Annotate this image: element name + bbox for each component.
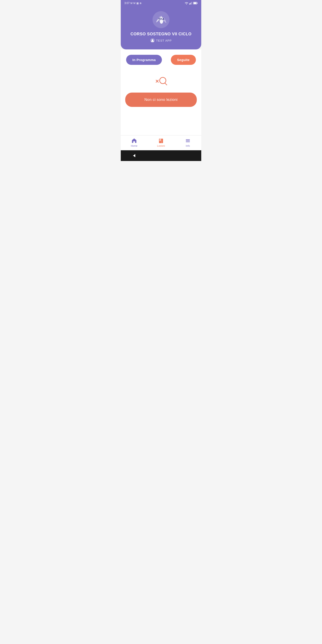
svg-rect-1 [190,3,191,4]
nav-item-lezioni[interactable]: Lezioni [148,138,174,147]
nav-label-home: Home [131,144,137,147]
main-content: In Programma Seguite Non ci sono lezioni [121,50,201,126]
gmail-icon: M [130,2,132,4]
no-results-icon [154,74,168,87]
filter-row: In Programma Seguite [125,55,197,65]
wifi-icon [185,2,188,4]
status-right [185,2,198,4]
svg-point-20 [160,77,166,84]
svg-marker-28 [133,154,135,157]
svg-text:TFA: TFA [158,18,164,21]
status-time: 3:07 [124,2,130,5]
status-bar: 3:07 M M ▦ ⊕ [121,0,201,6]
nav-item-home[interactable]: Home [121,138,148,147]
no-lessons-button[interactable]: Non ci sono lezioni [125,92,197,107]
app-header: TFA CORSO SOSTEGNO VII CICLO TEST APP [121,6,201,50]
home-icon [131,138,137,144]
logo-container: TFA [152,11,170,28]
bottom-nav: Home Lezioni Info [121,135,201,150]
android-recent-button[interactable] [185,153,190,158]
course-title: CORSO SOSTEGNO VII CICLO [130,32,192,36]
svg-rect-24 [161,139,162,143]
android-home-button[interactable] [158,153,164,158]
svg-rect-5 [197,3,198,4]
nav-label-lezioni: Lezioni [157,144,165,147]
in-programma-button[interactable]: In Programma [126,55,162,65]
nav-item-info[interactable]: Info [174,138,201,147]
nav-label-info: Info [186,144,190,147]
svg-rect-0 [189,4,190,4]
android-nav [121,150,201,161]
svg-rect-6 [194,2,196,4]
gmail2-icon: M [134,2,136,4]
shield-icon: ⊕ [140,2,142,5]
svg-rect-3 [192,2,192,4]
seguite-button[interactable]: Seguite [171,55,196,65]
svg-rect-25 [186,139,190,140]
android-back-button[interactable] [132,153,137,158]
svg-rect-2 [191,2,192,4]
svg-rect-27 [186,142,190,142]
svg-line-21 [165,83,167,85]
signal-icon [189,2,192,4]
status-left: 3:07 M M ▦ ⊕ [124,2,142,5]
user-info: TEST APP [150,38,172,43]
no-results-area: Non ci sono lezioni [125,69,197,111]
lezioni-icon [158,138,164,144]
user-label: TEST APP [156,39,172,42]
user-avatar-icon [150,38,155,43]
tfa-logo: TFA [152,11,170,28]
svg-rect-26 [186,140,190,141]
info-icon [185,138,191,144]
content-spacer [121,126,201,136]
battery-icon [193,2,198,4]
clipboard-icon: ▦ [136,2,139,5]
